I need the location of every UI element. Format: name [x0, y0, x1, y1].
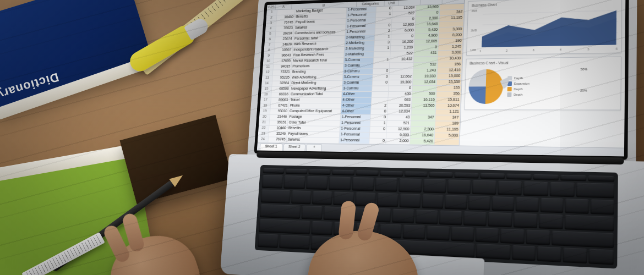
key[interactable]: [560, 175, 586, 182]
key[interactable]: [540, 198, 563, 213]
spreadsheet-grid[interactable]: G29 A B Categories Unit 1Marketing Bud: [258, 0, 465, 145]
key[interactable]: [302, 206, 323, 220]
cell-desc[interactable]: Postage: [288, 115, 341, 120]
cell-v3[interactable]: 10,430: [438, 56, 462, 62]
spreadsheet-app[interactable]: G29 A B Categories Unit 1Marketing Bud: [257, 0, 626, 156]
cell-unit[interactable]: 0: [370, 127, 387, 133]
cell-unit[interactable]: 2: [371, 103, 388, 109]
cell-v3[interactable]: 12,416: [438, 68, 462, 74]
cell-v2[interactable]: 16,116: [412, 98, 436, 103]
area-chart-card[interactable]: Business Chart 3MB 2MB 1MB: [466, 0, 622, 56]
key[interactable]: [329, 177, 351, 190]
cell-unit[interactable]: 1: [375, 35, 391, 40]
key[interactable]: [472, 180, 496, 195]
key[interactable]: [263, 168, 284, 174]
cell-v1[interactable]: 2,000: [386, 139, 410, 144]
cell-v2[interactable]: 4,900: [415, 34, 439, 39]
key[interactable]: [506, 174, 532, 180]
col-categories[interactable]: Categories: [357, 1, 385, 7]
cell-v2[interactable]: 500: [412, 92, 436, 97]
cell-category[interactable]: 1-Personnal: [346, 18, 375, 24]
cell-desc[interactable]: Computer/Office Equipment: [288, 109, 341, 115]
key[interactable]: [539, 214, 563, 229]
key[interactable]: [380, 170, 403, 177]
cell-no[interactable]: 73321: [273, 70, 292, 75]
key[interactable]: [422, 194, 444, 209]
key[interactable]: [356, 170, 379, 176]
key[interactable]: [283, 175, 305, 189]
key[interactable]: [404, 171, 428, 177]
cell-unit[interactable]: [372, 86, 389, 92]
cell-v3[interactable]: 15,330: [437, 80, 462, 85]
cell-category[interactable]: 4-Other: [341, 103, 372, 109]
row-number[interactable]: 7: [264, 43, 275, 48]
cell-category[interactable]: 3-Commu: [343, 58, 374, 63]
col-unit[interactable]: Unit: [384, 1, 399, 6]
key[interactable]: [526, 230, 550, 245]
cell-v2[interactable]: 2,300: [416, 16, 440, 22]
key[interactable]: [500, 229, 525, 244]
cell-v1[interactable]: 19,300: [389, 80, 413, 86]
cell-unit[interactable]: [372, 98, 389, 103]
cell-v3[interactable]: 11,195: [439, 15, 464, 21]
key[interactable]: [445, 195, 467, 210]
cell-v1[interactable]: 400: [388, 92, 412, 97]
cell-v2[interactable]: [411, 109, 436, 115]
row-number[interactable]: 8: [264, 48, 275, 53]
row-number[interactable]: 10: [263, 59, 274, 64]
key[interactable]: [513, 213, 537, 228]
cell-no[interactable]: 23446: [270, 115, 288, 120]
cell-unit[interactable]: 2: [375, 29, 391, 35]
cell-no[interactable]: 68508: [272, 87, 291, 92]
cell-category[interactable]: 2-Marketing: [345, 46, 375, 52]
cell-no[interactable]: 76745: [268, 138, 287, 143]
cell-v3[interactable]: [434, 139, 459, 145]
cell-no[interactable]: 89063: [271, 98, 290, 103]
cell-category[interactable]: 3-Commu: [343, 69, 373, 75]
cell-category[interactable]: 1-Personnal: [340, 127, 370, 132]
col-f[interactable]: [421, 0, 443, 5]
row-number[interactable]: 1: [266, 10, 277, 15]
key[interactable]: [308, 169, 330, 175]
key[interactable]: [262, 175, 283, 189]
key[interactable]: [261, 189, 291, 204]
row-number[interactable]: 14: [261, 81, 272, 86]
cell-v2[interactable]: 2,300: [411, 127, 435, 133]
cell-unit[interactable]: 3: [374, 40, 391, 46]
cell-v1[interactable]: 1,239: [391, 46, 414, 51]
cell-v1[interactable]: 12,034: [388, 109, 412, 115]
cell-unit[interactable]: [370, 133, 387, 138]
cell-v1[interactable]: 522: [390, 51, 414, 57]
cell-no[interactable]: 35151: [269, 120, 288, 126]
cell-v2[interactable]: 16,648: [410, 133, 435, 139]
cell-v2[interactable]: 0: [416, 10, 440, 16]
cell-category[interactable]: 2-Marketing: [344, 52, 374, 58]
key[interactable]: [427, 226, 450, 240]
table-row[interactable]: 1789063Travel4-Other68316,11615,811: [260, 98, 461, 104]
key[interactable]: [476, 244, 511, 260]
key[interactable]: [416, 210, 438, 224]
key[interactable]: [332, 169, 354, 175]
cell-category[interactable]: 4-Other: [342, 92, 372, 97]
cell-v3[interactable]: 3,000: [438, 51, 463, 56]
cell-v1[interactable]: [390, 63, 414, 68]
key[interactable]: [447, 179, 471, 194]
cell-desc[interactable]: Promotions: [291, 64, 343, 69]
row-number[interactable]: 17: [260, 98, 271, 103]
key[interactable]: [463, 211, 487, 226]
key[interactable]: [312, 191, 332, 205]
cell-no[interactable]: 93010: [270, 109, 289, 114]
key[interactable]: [512, 245, 536, 261]
cell-v1[interactable]: 0: [392, 17, 416, 23]
cell-desc[interactable]: Web Research: [293, 41, 345, 47]
row-number[interactable]: 16: [261, 92, 272, 97]
tab-sheet-2[interactable]: Sheet 2: [283, 144, 305, 151]
cell-v1[interactable]: 20,583: [388, 103, 412, 109]
key[interactable]: [399, 178, 422, 193]
cell-category[interactable]: 4-Other: [341, 98, 372, 103]
key[interactable]: [291, 190, 312, 204]
cell-v2[interactable]: [412, 86, 436, 91]
key[interactable]: [498, 181, 522, 196]
cell-v3[interactable]: 8,200: [439, 33, 463, 39]
cell-v1[interactable]: 522: [392, 11, 416, 17]
